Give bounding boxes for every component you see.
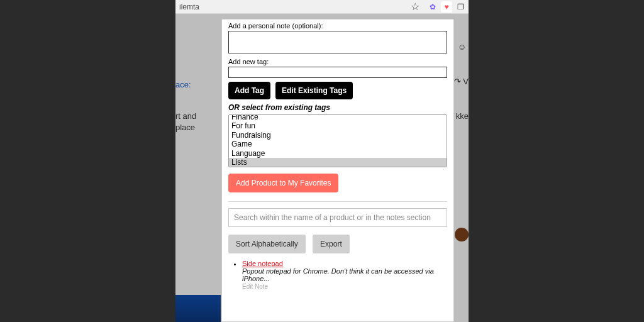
heart-icon[interactable]: ♥ xyxy=(441,1,452,13)
sort-button[interactable]: Sort Alphabetically xyxy=(228,235,306,253)
add-tag-button[interactable]: Add Tag xyxy=(228,82,270,99)
star-icon[interactable]: ☆ xyxy=(409,1,421,13)
search-input[interactable] xyxy=(228,208,447,227)
or-select-text: OR select from existing tags xyxy=(228,103,447,112)
tag-option[interactable]: Game xyxy=(229,140,447,148)
url-text: ilemta xyxy=(179,3,407,11)
tag-buttons: Add Tag Edit Existing Tags xyxy=(228,82,447,99)
favorites-list: Side notepad Popout notepad for Chrome. … xyxy=(242,260,447,290)
personal-note-input[interactable] xyxy=(228,31,447,53)
favorite-link[interactable]: Side notepad xyxy=(242,260,283,267)
edit-note-link[interactable]: Edit Note xyxy=(242,283,268,290)
action-row: Sort Alphabetically Export xyxy=(228,227,447,253)
divider xyxy=(228,201,447,202)
export-button[interactable]: Export xyxy=(313,235,350,253)
existing-tags-list[interactable]: Finance For fun Fundraising Game Languag… xyxy=(228,114,447,167)
tag-option[interactable]: Fundraising xyxy=(229,131,447,140)
tag-label: Add new tag: xyxy=(228,58,447,65)
note-label: Add a personal note (optional): xyxy=(228,22,447,30)
extension-popup: Add a personal note (optional): Add new … xyxy=(221,19,454,322)
gear-icon[interactable]: ✿ xyxy=(427,1,438,13)
extensions-icon[interactable]: ❐ xyxy=(455,1,466,13)
url-bar: ilemta ☆ ✿ ♥ ❐ xyxy=(175,0,469,14)
add-product-button[interactable]: Add Product to My Favorites xyxy=(228,174,338,192)
favorite-item: Side notepad Popout notepad for Chrome. … xyxy=(242,260,447,290)
tag-option[interactable]: Finance xyxy=(229,114,447,121)
tag-option[interactable]: For fun xyxy=(229,121,447,130)
edit-tags-button[interactable]: Edit Existing Tags xyxy=(275,82,353,99)
favorite-note: Popout notepad for Chrome. Don't think i… xyxy=(242,267,434,282)
tag-option[interactable]: Lists xyxy=(229,158,447,167)
new-tag-input[interactable] xyxy=(228,67,447,78)
browser-screenshot: ilemta ☆ ✿ ♥ ❐ ace: rt and place kke ☺ ↷… xyxy=(175,0,469,322)
tag-option[interactable]: Language xyxy=(229,149,447,158)
